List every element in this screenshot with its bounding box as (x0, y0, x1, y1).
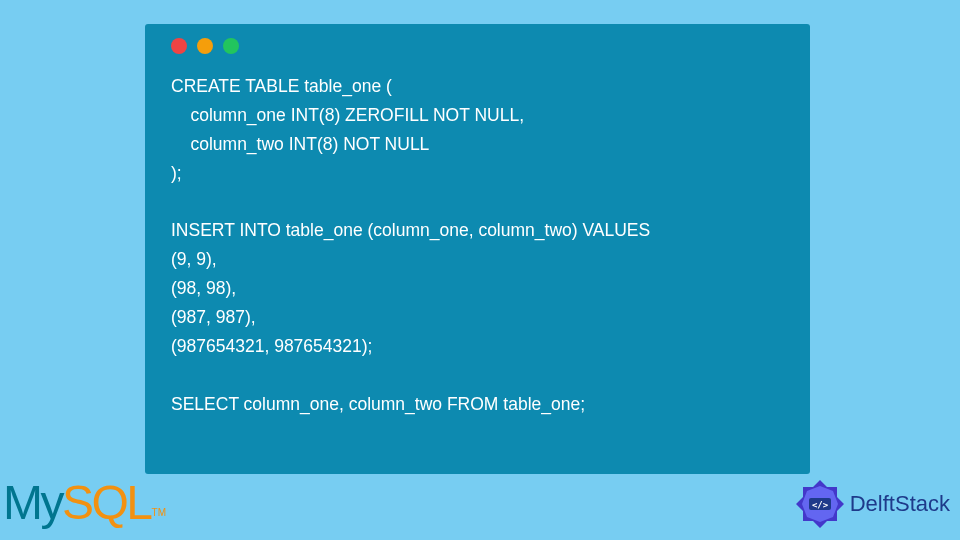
minimize-icon (197, 38, 213, 54)
mysql-my-text: My (3, 475, 62, 530)
delftstack-text: DelftStack (850, 491, 950, 517)
code-window: CREATE TABLE table_one ( column_one INT(… (145, 24, 810, 474)
mysql-logo: MySQLTM (3, 475, 166, 530)
mysql-sql-text: SQL (62, 475, 151, 530)
code-content: CREATE TABLE table_one ( column_one INT(… (145, 60, 810, 431)
delftstack-logo: </> DelftStack (794, 478, 950, 530)
maximize-icon (223, 38, 239, 54)
mysql-trademark: TM (152, 507, 166, 518)
svg-text:</>: </> (812, 500, 829, 510)
close-icon (171, 38, 187, 54)
delftstack-icon: </> (794, 478, 846, 530)
traffic-lights (145, 24, 810, 60)
